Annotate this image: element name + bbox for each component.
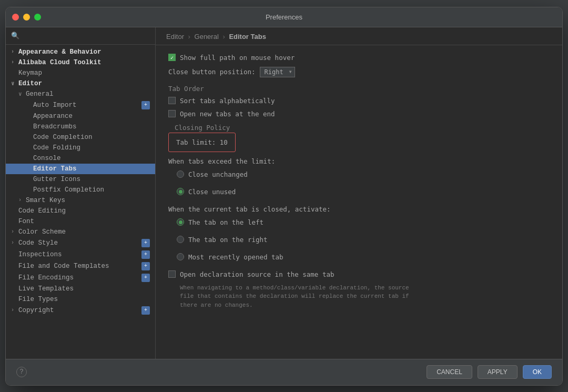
sidebar-item-keymap[interactable]: Keymap: [6, 68, 155, 78]
sidebar-item-file-encodings[interactable]: File Encodings +: [6, 272, 155, 284]
sidebar-label: Editor: [18, 80, 42, 87]
arrow-icon: ›: [18, 197, 26, 203]
main-content: 🔍 › Appearance & Behavior › Alibaba Clou…: [6, 27, 562, 359]
sidebar-label: File Encodings: [18, 274, 141, 282]
sidebar-item-code-folding[interactable]: Code Folding: [6, 143, 155, 153]
badge-icon: +: [141, 306, 150, 315]
tab-right-wrap[interactable]: The tab on the right: [177, 236, 268, 244]
sidebar-label: Breadcrumbs: [33, 123, 77, 130]
ok-button[interactable]: OK: [523, 365, 552, 379]
most-recently-radio[interactable]: [177, 253, 184, 260]
tab-left-radio[interactable]: [177, 218, 184, 226]
preferences-window: Preferences 🔍 › Appearance & Behavior: [5, 7, 563, 386]
open-new-tabs-row[interactable]: Open new tabs at the end: [168, 110, 550, 118]
sidebar-item-code-style[interactable]: › Code Style +: [6, 237, 155, 249]
sort-tabs-row[interactable]: Sort tabs alphabetically: [168, 97, 550, 105]
sidebar-item-editor-tabs[interactable]: Editor Tabs: [6, 164, 155, 174]
close-unused-radio[interactable]: [177, 188, 184, 195]
closing-policy-section: Closing Policy Tab limit: 10: [168, 125, 550, 152]
sidebar-item-gutter-icons[interactable]: Gutter Icons: [6, 174, 155, 185]
sidebar-tree: › Appearance & Behavior › Alibaba Cloud …: [6, 45, 155, 359]
sidebar-item-editor[interactable]: ∨ Editor: [6, 78, 155, 89]
sidebar-item-smart-keys[interactable]: › Smart Keys: [6, 195, 155, 206]
panel-header: Editor › General › Editor Tabs: [156, 27, 562, 45]
help-button[interactable]: ?: [16, 367, 27, 377]
sidebar-label: Font: [18, 218, 34, 225]
sidebar-item-console[interactable]: Console: [6, 153, 155, 164]
close-unchanged-wrap[interactable]: Close unchanged: [177, 170, 248, 178]
sidebar-item-inspections[interactable]: Inspections +: [6, 249, 155, 260]
close-button-dropdown-container[interactable]: Right Left None ▼: [260, 67, 295, 77]
sidebar-item-file-types[interactable]: File Types: [6, 294, 155, 305]
close-unchanged-radio[interactable]: [177, 170, 184, 178]
open-new-tabs-checkbox[interactable]: [168, 110, 176, 117]
show-full-path-row[interactable]: Show full path on mouse hover: [168, 54, 550, 62]
show-full-path-checkbox[interactable]: [168, 54, 176, 61]
open-declaration-hint: When navigating to a method/class/variab…: [168, 284, 421, 310]
open-new-tabs-wrap[interactable]: Open new tabs at the end: [168, 110, 275, 118]
tab-left-row[interactable]: The tab on the left: [168, 218, 550, 230]
sidebar-item-code-editing[interactable]: Code Editing: [6, 206, 155, 216]
maximize-button[interactable]: [34, 14, 41, 21]
close-button-dropdown[interactable]: Right Left None: [260, 67, 295, 77]
cancel-button[interactable]: CANCEL: [427, 365, 472, 379]
close-unused-row[interactable]: Close unused: [168, 188, 550, 200]
open-declaration-checkbox[interactable]: [168, 270, 176, 278]
search-area[interactable]: 🔍: [6, 27, 155, 45]
arrow-icon: ›: [11, 307, 18, 313]
open-declaration-row[interactable]: Open declaration source in the same tab: [168, 270, 550, 278]
search-input[interactable]: [23, 32, 128, 39]
arrow-icon: ›: [11, 229, 18, 235]
tab-order-heading: Tab Order: [168, 85, 550, 93]
apply-button[interactable]: APPLY: [478, 365, 518, 379]
close-button[interactable]: [12, 14, 19, 21]
sort-tabs-wrap[interactable]: Sort tabs alphabetically: [168, 97, 275, 105]
most-recently-label: Most recently opened tab: [188, 253, 283, 261]
minimize-button[interactable]: [23, 14, 30, 21]
sidebar-item-appearance-behavior[interactable]: › Appearance & Behavior: [6, 47, 155, 57]
sidebar-item-live-templates[interactable]: Live Templates: [6, 284, 155, 294]
sidebar-label: Postfix Completion: [33, 186, 104, 194]
arrow-icon: ∨: [18, 91, 26, 97]
sidebar-label: Live Templates: [18, 285, 74, 293]
search-wrap: 🔍: [11, 32, 150, 40]
close-button-row: Close button position: Right Left None ▼: [168, 67, 550, 77]
badge-icon: +: [141, 262, 150, 270]
tab-right-radio[interactable]: [177, 236, 184, 243]
sidebar-item-breadcrumbs[interactable]: Breadcrumbs: [6, 122, 155, 132]
sidebar-item-general[interactable]: ∨ General: [6, 89, 155, 99]
sort-tabs-checkbox[interactable]: [168, 97, 176, 104]
most-recently-wrap[interactable]: Most recently opened tab: [177, 253, 283, 261]
sidebar-item-file-code-templates[interactable]: File and Code Templates +: [6, 260, 155, 272]
tab-left-wrap[interactable]: The tab on the left: [177, 218, 263, 226]
open-declaration-wrap[interactable]: Open declaration source in the same tab: [168, 270, 334, 278]
right-panel: Editor › General › Editor Tabs Show full…: [156, 27, 562, 359]
sidebar-label: Code Completion: [33, 134, 93, 141]
sidebar-label: Copyright: [18, 307, 141, 314]
sidebar-item-copyright[interactable]: › Copyright +: [6, 305, 155, 316]
sidebar-item-code-completion[interactable]: Code Completion: [6, 132, 155, 143]
panel-body: Show full path on mouse hover Close butt…: [156, 45, 562, 359]
open-declaration-label: Open declaration source in the same tab: [180, 270, 334, 278]
sidebar-item-font[interactable]: Font: [6, 216, 155, 227]
sidebar-item-auto-import[interactable]: Auto Import +: [6, 99, 155, 111]
badge-icon: +: [141, 239, 150, 247]
sort-tabs-label: Sort tabs alphabetically: [180, 97, 275, 105]
sidebar-item-alibaba[interactable]: › Alibaba Cloud Toolkit: [6, 57, 155, 68]
sidebar-label: Keymap: [18, 69, 42, 77]
close-unchanged-row[interactable]: Close unchanged: [168, 170, 550, 183]
when-closed-label: When the current tab is closed, activate…: [168, 205, 331, 213]
close-unused-wrap[interactable]: Close unused: [177, 188, 236, 196]
arrow-icon: ›: [11, 240, 18, 246]
most-recently-row[interactable]: Most recently opened tab: [168, 253, 550, 265]
show-full-path-label: Show full path on mouse hover: [180, 54, 295, 62]
show-full-path-checkbox-wrap[interactable]: Show full path on mouse hover: [168, 54, 295, 62]
tab-right-row[interactable]: The tab on the right: [168, 236, 550, 248]
close-unchanged-label: Close unchanged: [188, 170, 248, 178]
sidebar-item-color-scheme[interactable]: › Color Scheme: [6, 227, 155, 237]
bottom-bar: ? CANCEL APPLY OK: [6, 359, 562, 385]
separator-icon: ›: [188, 33, 192, 41]
sidebar-label: Smart Keys: [26, 197, 65, 204]
sidebar-item-postfix-completion[interactable]: Postfix Completion: [6, 185, 155, 195]
sidebar-item-appearance[interactable]: Appearance: [6, 111, 155, 122]
